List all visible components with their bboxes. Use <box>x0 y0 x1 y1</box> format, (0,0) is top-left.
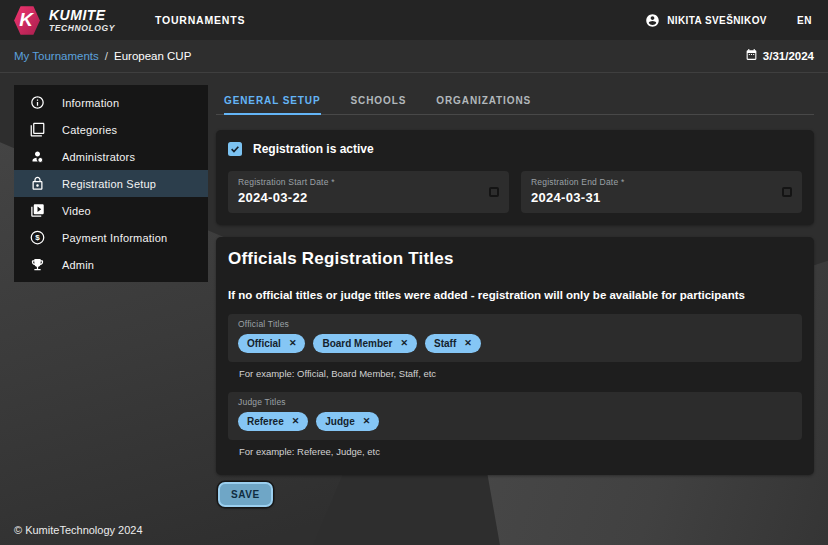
end-date-label: Registration End Date * <box>531 177 792 187</box>
nav-tournaments[interactable]: TOURNAMENTS <box>155 14 245 26</box>
sidebar-item-label: Administrators <box>62 151 135 163</box>
sidebar-item-information[interactable]: Information <box>14 89 208 116</box>
chip-remove-icon[interactable]: ✕ <box>464 339 472 348</box>
breadcrumb-current: European CUP <box>114 50 191 62</box>
sidebar: Information Categories Administrators Re… <box>14 85 208 282</box>
language-selector[interactable]: EN <box>797 15 812 26</box>
brand-hexagon-icon: K <box>13 5 41 36</box>
sidebar-item-label: Information <box>62 97 119 109</box>
sidebar-item-label: Payment Information <box>62 232 167 244</box>
officials-section-note: If no official titles or judge titles we… <box>228 289 802 301</box>
judge-titles-helper: For example: Referee, Judge, etc <box>239 446 802 457</box>
judge-titles-label: Judge Titles <box>238 397 792 407</box>
user-menu[interactable]: NIKITA SVEŠNIKOV <box>645 13 767 28</box>
registration-end-date-field[interactable]: Registration End Date * 2024-03-31 <box>521 171 802 213</box>
tab-organizations[interactable]: ORGANIZATIONS <box>436 85 531 115</box>
sidebar-item-categories[interactable]: Categories <box>14 116 208 143</box>
sidebar-item-admin[interactable]: Admin <box>14 251 208 278</box>
chip-remove-icon[interactable]: ✕ <box>363 417 371 426</box>
lock-icon <box>30 176 45 191</box>
sidebar-item-payment-information[interactable]: $ Payment Information <box>14 224 208 251</box>
officials-titles-card: Officials Registration Titles If no offi… <box>216 237 814 475</box>
sidebar-item-administrators[interactable]: Administrators <box>14 143 208 170</box>
sidebar-item-label: Admin <box>62 259 94 271</box>
sidebar-item-label: Registration Setup <box>62 178 156 190</box>
registration-active-checkbox[interactable] <box>228 142 242 156</box>
breadcrumb-separator: / <box>105 50 108 62</box>
official-titles-helper: For example: Official, Board Member, Sta… <box>239 368 802 379</box>
officials-section-title: Officials Registration Titles <box>228 249 802 269</box>
sidebar-item-video[interactable]: Video <box>14 197 208 224</box>
chip-judge[interactable]: Judge ✕ <box>316 412 379 431</box>
tab-general-setup[interactable]: GENERAL SETUP <box>224 85 321 115</box>
registration-active-label: Registration is active <box>253 142 374 156</box>
chip-board-member[interactable]: Board Member ✕ <box>313 334 417 353</box>
brand-subtitle: TECHNOLOGY <box>49 24 115 33</box>
chip-staff[interactable]: Staff ✕ <box>425 334 481 353</box>
video-icon <box>30 203 45 218</box>
tab-bar: GENERAL SETUP SCHOOLS ORGANIZATIONS <box>216 85 814 115</box>
payment-icon: $ <box>30 230 45 245</box>
footer-copyright: © KumiteTechnology 2024 <box>14 524 143 536</box>
date-picker-icon[interactable] <box>489 187 499 197</box>
brand-logo[interactable]: K KUMITE TECHNOLOGY <box>0 5 115 36</box>
categories-icon <box>30 122 45 137</box>
checkmark-icon <box>230 144 240 154</box>
administrators-icon <box>30 149 45 164</box>
header-date: 3/31/2024 <box>763 50 814 62</box>
app-bar: K KUMITE TECHNOLOGY TOURNAMENTS NIKITA S… <box>0 0 828 40</box>
start-date-value: 2024-03-22 <box>238 190 499 205</box>
chip-remove-icon[interactable]: ✕ <box>289 339 297 348</box>
official-titles-field[interactable]: Official Titles Official ✕ Board Member … <box>228 314 802 362</box>
judge-titles-field[interactable]: Judge Titles Referee ✕ Judge ✕ <box>228 392 802 440</box>
save-button[interactable]: SAVE <box>218 482 273 507</box>
tab-schools[interactable]: SCHOOLS <box>351 85 407 115</box>
user-name: NIKITA SVEŠNIKOV <box>667 15 767 26</box>
start-date-label: Registration Start Date * <box>238 177 499 187</box>
trophy-icon <box>30 257 45 272</box>
date-picker-icon[interactable] <box>782 187 792 197</box>
breadcrumb: My Tournaments / European CUP <box>14 50 191 62</box>
main-content: GENERAL SETUP SCHOOLS ORGANIZATIONS Regi… <box>216 85 814 507</box>
tournament-date-picker[interactable]: 3/31/2024 <box>745 47 814 65</box>
brand-name: KUMITE <box>49 8 115 22</box>
avatar-icon <box>645 13 660 28</box>
chip-official[interactable]: Official ✕ <box>238 334 305 353</box>
breadcrumb-my-tournaments[interactable]: My Tournaments <box>14 50 99 62</box>
chip-referee[interactable]: Referee ✕ <box>238 412 308 431</box>
calendar-icon <box>745 47 758 65</box>
chip-remove-icon[interactable]: ✕ <box>292 417 300 426</box>
registration-dates-card: Registration is active Registration Star… <box>216 130 814 225</box>
sidebar-item-label: Video <box>62 205 91 217</box>
official-titles-label: Official Titles <box>238 319 792 329</box>
sidebar-item-registration-setup[interactable]: Registration Setup <box>14 170 208 197</box>
registration-start-date-field[interactable]: Registration Start Date * 2024-03-22 <box>228 171 509 213</box>
sidebar-item-label: Categories <box>62 124 117 136</box>
chip-remove-icon[interactable]: ✕ <box>400 339 408 348</box>
svg-text:$: $ <box>35 233 40 242</box>
breadcrumb-bar: My Tournaments / European CUP 3/31/2024 <box>0 40 828 73</box>
info-icon <box>30 95 45 110</box>
brand-letter: K <box>13 5 41 36</box>
end-date-value: 2024-03-31 <box>531 190 792 205</box>
